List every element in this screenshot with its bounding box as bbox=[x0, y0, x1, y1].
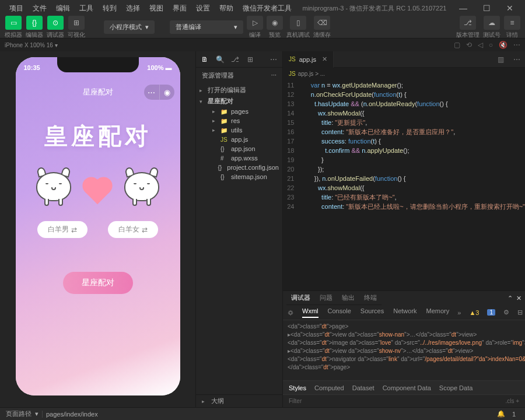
preview-button[interactable]: ◉预览 bbox=[267, 16, 283, 39]
clear-cache-button[interactable]: ⌫清缓存 bbox=[313, 16, 331, 39]
breadcrumb[interactable]: JSapp.js > ... bbox=[283, 68, 525, 79]
gear-icon[interactable]: ⚙ bbox=[503, 309, 509, 316]
dock-icon[interactable]: ⊟ bbox=[517, 309, 523, 316]
collapse-icon[interactable]: ⌃ bbox=[508, 295, 513, 302]
style-tab[interactable]: Scope Data bbox=[439, 384, 473, 391]
capsule-more-icon[interactable]: ⋯ bbox=[144, 85, 159, 100]
refresh-icon[interactable]: ⟲ bbox=[466, 41, 472, 49]
editor-toggle[interactable]: {} 编辑器 bbox=[26, 16, 43, 39]
back-icon[interactable]: ◁ bbox=[478, 41, 483, 49]
project-root[interactable]: ▾星座配对 bbox=[196, 96, 282, 107]
debugger-toggle[interactable]: ⊙ 调试器 bbox=[47, 16, 64, 39]
tree-item[interactable]: {}app.json bbox=[196, 144, 282, 153]
tree-item[interactable]: ▸📁pages bbox=[196, 107, 282, 116]
inspector-tab[interactable]: Memory bbox=[426, 307, 450, 318]
male-selector[interactable]: 白羊男⇄ bbox=[37, 221, 88, 238]
menu-item[interactable]: 项目 bbox=[5, 1, 28, 16]
code-editor[interactable]: 1112131415161718192021222324 var n = wx.… bbox=[283, 79, 525, 290]
mute-icon[interactable]: 🔇 bbox=[499, 41, 508, 49]
msg-count[interactable]: 1 bbox=[512, 411, 516, 418]
more-tabs-icon[interactable]: » bbox=[457, 309, 461, 316]
detail-button[interactable]: ≡详情 bbox=[504, 16, 520, 39]
mode-dropdown[interactable]: 小程序模式▾ bbox=[104, 20, 155, 34]
warning-badge[interactable]: ▲3 bbox=[469, 309, 479, 316]
style-tab[interactable]: Styles bbox=[289, 384, 306, 391]
more-icon[interactable]: ⋯ bbox=[513, 41, 520, 49]
minimize-button[interactable]: — bbox=[453, 0, 474, 16]
search-tab-icon[interactable]: 🔍 bbox=[215, 55, 225, 64]
style-tab[interactable]: Component Data bbox=[383, 384, 431, 391]
inspector-tab[interactable]: Wxml bbox=[302, 307, 318, 318]
menu-item[interactable]: 帮助 bbox=[215, 1, 238, 16]
compile-dropdown[interactable]: 普通编译▾ bbox=[170, 20, 243, 34]
close-button[interactable]: ✕ bbox=[499, 0, 520, 16]
maximize-button[interactable]: ☐ bbox=[476, 0, 497, 16]
debugger-panel: 调试器问题输出终端 ⌃ ✕ ⯐ WxmlConsoleSourcesNetwor… bbox=[283, 290, 525, 407]
match-button[interactable]: 星座配对 bbox=[63, 272, 133, 294]
inspect-icon[interactable]: ⯐ bbox=[288, 309, 294, 316]
compile-button[interactable]: ▷编译 bbox=[247, 16, 263, 39]
phone-screen[interactable]: 10:35 100% ▬ 星座配对 ⋯ ◉ 皇座配对 bbox=[16, 57, 180, 396]
style-tab[interactable]: Computed bbox=[314, 384, 344, 391]
notify-icon[interactable]: 🔔 bbox=[497, 410, 505, 418]
menu-item[interactable]: 选择 bbox=[121, 1, 145, 16]
female-selector[interactable]: 白羊女⇄ bbox=[108, 221, 158, 238]
cls-toggle[interactable]: .cls bbox=[505, 398, 514, 404]
list-icon: ≡ bbox=[504, 16, 520, 30]
tree-item[interactable]: ▸📁res bbox=[196, 116, 282, 125]
more-icon[interactable]: ··· bbox=[271, 71, 276, 80]
visual-toggle[interactable]: ⊞ 可视化 bbox=[68, 16, 85, 39]
debugger-tab[interactable]: 终端 bbox=[364, 291, 377, 304]
menu-item[interactable]: 设置 bbox=[191, 1, 215, 16]
tree-item[interactable]: {}sitemap.json bbox=[196, 172, 282, 181]
split-icon[interactable]: ▥ bbox=[493, 55, 509, 64]
remote-debug-button[interactable]: ▯真机调试 bbox=[286, 16, 310, 39]
battery: 100% ▬ bbox=[147, 64, 172, 71]
info-badge[interactable]: 1 bbox=[487, 309, 495, 316]
tree-item[interactable]: {}project.config.json bbox=[196, 163, 282, 172]
menu-item[interactable]: 文件 bbox=[28, 1, 51, 16]
tree-item[interactable]: #app.wxss bbox=[196, 153, 282, 163]
cloud-icon: ☁ bbox=[484, 16, 500, 30]
inspector-tab[interactable]: Sources bbox=[360, 307, 384, 318]
style-tab[interactable]: Dataset bbox=[352, 384, 374, 391]
menu-item[interactable]: 工具 bbox=[75, 1, 98, 16]
menu-item[interactable]: 编辑 bbox=[51, 1, 75, 16]
capsule-close-icon[interactable]: ◉ bbox=[159, 85, 174, 100]
editor-tab[interactable]: JS app.js ✕ bbox=[283, 51, 334, 68]
tree-item[interactable]: ▸📁utils bbox=[196, 125, 282, 135]
tree-item[interactable]: JSapp.js bbox=[196, 135, 282, 144]
debugger-tab[interactable]: 调试器 bbox=[291, 291, 310, 304]
simulator-toggle[interactable]: ▭ 模拟器 bbox=[5, 16, 22, 39]
filter-input[interactable]: Filter bbox=[289, 398, 302, 404]
files-tab-icon[interactable]: 🗎 bbox=[200, 55, 210, 64]
menu-item[interactable]: 界面 bbox=[168, 1, 191, 16]
route-path[interactable]: pages/index/index bbox=[42, 411, 98, 418]
git-tab-icon[interactable]: ⎇ bbox=[230, 55, 240, 64]
more-icon[interactable]: ⋯ bbox=[509, 55, 525, 64]
close-icon[interactable]: ✕ bbox=[516, 295, 522, 302]
menu-item[interactable]: 微信开发者工具 bbox=[238, 1, 296, 16]
close-tab-icon[interactable]: ✕ bbox=[322, 55, 327, 63]
more-icon[interactable]: ⋯ bbox=[268, 55, 279, 64]
inspector-tab[interactable]: Network bbox=[393, 307, 416, 318]
device-selector[interactable]: iPhone X 100% 16 ▾ bbox=[5, 42, 58, 48]
test-button[interactable]: ☁测试号 bbox=[483, 16, 501, 39]
window-title: miniprogram-3 - 微信开发者工具 RC 1.05.2107221 bbox=[298, 4, 452, 13]
open-editors-section[interactable]: ▸打开的编辑器 bbox=[196, 85, 282, 96]
menu-item[interactable]: 视图 bbox=[145, 1, 168, 16]
rotate-icon[interactable]: ▢ bbox=[454, 41, 460, 49]
version-button[interactable]: ⎇版本管理 bbox=[456, 16, 480, 39]
dom-tree[interactable]: <da">class="dt">page> ▸<da">class="dt">v… bbox=[283, 320, 525, 380]
outline-section[interactable]: ▸大纲 bbox=[196, 394, 282, 407]
add-style-icon[interactable]: + bbox=[516, 398, 519, 404]
menu-item[interactable]: 转到 bbox=[98, 1, 121, 16]
inspector-tab[interactable]: Console bbox=[328, 307, 351, 318]
debugger-tab[interactable]: 输出 bbox=[342, 291, 355, 304]
debugger-tab[interactable]: 问题 bbox=[320, 291, 332, 304]
home-icon[interactable]: ○ bbox=[489, 41, 493, 49]
bug-icon: ⊙ bbox=[47, 16, 64, 30]
ext-tab-icon[interactable]: ⊞ bbox=[245, 55, 256, 64]
titlebar: 项目文件编辑工具转到选择视图界面设置帮助微信开发者工具 miniprogram-… bbox=[0, 0, 525, 16]
device-icon: ▯ bbox=[290, 16, 306, 30]
